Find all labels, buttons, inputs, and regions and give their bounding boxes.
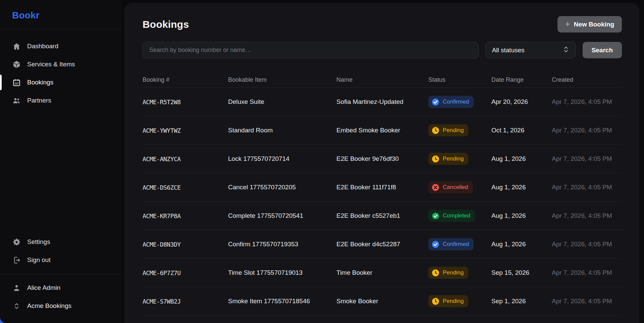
sidebar-item-label: Bookings xyxy=(27,79,53,86)
booking-number: ACME-ANZYCA xyxy=(143,155,228,163)
sidebar-item-services-items[interactable]: Services & Items xyxy=(0,55,122,73)
status-cell: Confirmed xyxy=(428,96,491,108)
status-label: Cancelled xyxy=(443,184,468,191)
customer-name: E2E Booker 111f71f8 xyxy=(336,184,428,191)
status-badge-pending: Pending xyxy=(428,295,468,307)
pending-status-icon xyxy=(431,297,440,306)
customer-name: Sofia Martinez-Updated xyxy=(336,98,428,106)
booking-number: ACME-KR7P8A xyxy=(143,212,228,219)
status-cell: Pending xyxy=(428,124,491,136)
status-cell: Completed xyxy=(428,210,491,222)
booking-number: ACME-S7WB2J xyxy=(143,298,228,305)
bookable-item: Confirm 1775570719353 xyxy=(228,241,336,248)
date-range: Aug 1, 2026 xyxy=(491,155,552,163)
pending-status-icon xyxy=(431,126,440,135)
table-row[interactable]: ACME-ANZYCALock 1775570720714E2E Booker … xyxy=(143,145,622,173)
sidebar-spacer xyxy=(0,110,122,225)
table-row[interactable]: ACME-R5T2W8Deluxe SuiteSofia Martinez-Up… xyxy=(143,88,622,116)
status-cell: Cancelled xyxy=(428,181,491,193)
gear-icon xyxy=(12,238,21,246)
sidebar: Bookr DashboardServices & ItemsBookingsP… xyxy=(0,0,122,323)
sidebar-item-bookings[interactable]: Bookings xyxy=(0,73,122,91)
user-panel: Alice Admin Acme Bookings xyxy=(0,274,122,323)
status-cell: Confirmed xyxy=(428,238,491,250)
person-icon xyxy=(12,283,21,292)
date-range: Apr 20, 2026 xyxy=(491,98,552,106)
calendar-icon xyxy=(12,78,21,87)
pending-status-icon xyxy=(431,269,440,277)
filters-bar: All statuses Search xyxy=(143,42,622,58)
sidebar-item-settings[interactable]: Settings xyxy=(0,233,122,251)
brand-logo: Bookr xyxy=(0,0,122,29)
bookable-item: Standard Room xyxy=(228,127,336,134)
status-cell: Pending xyxy=(428,267,491,279)
status-label: Pending xyxy=(443,155,464,162)
status-cell: Pending xyxy=(428,153,491,165)
table-body: ACME-R5T2W8Deluxe SuiteSofia Martinez-Up… xyxy=(143,88,622,316)
chevron-up-down-icon xyxy=(12,302,21,310)
customer-name: E2E Booker c5527eb1 xyxy=(336,212,428,219)
plus-icon: + xyxy=(565,20,570,28)
status-label: Confirmed xyxy=(443,99,469,105)
sidebar-item-label: Dashboard xyxy=(27,43,58,50)
date-range: Aug 1, 2026 xyxy=(491,212,552,219)
customer-name: E2E Booker d4c52287 xyxy=(336,241,428,248)
customer-name: E2E Booker 9e76df30 xyxy=(336,155,428,163)
user-menu[interactable]: Alice Admin xyxy=(0,279,122,297)
status-cell: Pending xyxy=(428,295,491,307)
status-label: Pending xyxy=(443,269,464,276)
org-switcher[interactable]: Acme Bookings xyxy=(0,297,122,315)
status-badge-pending: Pending xyxy=(428,124,468,136)
org-name: Acme Bookings xyxy=(27,302,71,310)
sign-out-icon xyxy=(12,256,21,264)
status-label: Confirmed xyxy=(443,241,469,248)
date-range: Oct 1, 2026 xyxy=(491,127,552,134)
sidebar-item-partners[interactable]: Partners xyxy=(0,91,122,110)
sidebar-item-dashboard[interactable]: Dashboard xyxy=(0,37,122,55)
sidebar-item-label: Sign out xyxy=(27,256,51,264)
confirmed-status-icon xyxy=(431,98,440,106)
chevron-up-down-icon xyxy=(562,45,570,55)
home-icon xyxy=(12,42,21,51)
table-row[interactable]: ACME-DS6ZCECancel 1775570720205E2E Booke… xyxy=(143,173,622,202)
status-badge-confirmed: Confirmed xyxy=(428,96,474,108)
new-booking-label: New Booking xyxy=(574,21,614,28)
status-badge-completed: Completed xyxy=(428,210,475,222)
customer-name: Time Booker xyxy=(336,269,428,276)
bookable-item: Smoke Item 1775570718546 xyxy=(228,298,336,305)
cancelled-status-icon xyxy=(431,183,440,192)
created-at: Apr 7, 2026, 4:05 PM xyxy=(552,241,622,248)
status-filter-select[interactable]: All statuses xyxy=(485,42,576,58)
sidebar-item-label: Services & Items xyxy=(27,61,75,68)
bookable-item: Deluxe Suite xyxy=(228,98,336,106)
sidebar-item-sign-out[interactable]: Sign out xyxy=(0,251,122,269)
search-button[interactable]: Search xyxy=(583,42,622,58)
table-row[interactable]: ACME-D8N3DYConfirm 1775570719353E2E Book… xyxy=(143,230,622,259)
status-label: Completed xyxy=(443,212,470,219)
column-header: Status xyxy=(428,76,491,83)
status-badge-cancelled: Cancelled xyxy=(428,181,473,193)
search-input[interactable] xyxy=(143,42,479,58)
table-row[interactable]: ACME-S7WB2JSmoke Item 1775570718546Smoke… xyxy=(143,287,622,316)
status-label: Pending xyxy=(443,298,464,305)
customer-name: Smoke Booker xyxy=(336,298,428,305)
table-row[interactable]: ACME-6P7Z7UTime Slot 1775570719013Time B… xyxy=(143,259,622,287)
created-at: Apr 7, 2026, 4:05 PM xyxy=(552,127,622,134)
status-label: Pending xyxy=(443,127,464,134)
column-header: Booking # xyxy=(143,76,228,83)
table-row[interactable]: ACME-YWYTWZStandard RoomEmbed Smoke Book… xyxy=(143,116,622,145)
new-booking-button[interactable]: + New Booking xyxy=(557,16,622,33)
column-header: Name xyxy=(336,76,428,83)
page-title: Bookings xyxy=(143,19,189,30)
status-filter-value: All statuses xyxy=(492,47,525,54)
table-row[interactable]: ACME-KR7P8AComplete 1775570720541E2E Boo… xyxy=(143,202,622,230)
created-at: Apr 7, 2026, 4:05 PM xyxy=(552,269,622,276)
booking-number: ACME-6P7Z7U xyxy=(143,269,228,276)
main-nav: DashboardServices & ItemsBookingsPartner… xyxy=(0,29,122,110)
bookings-table: Booking #Bookable ItemNameStatusDate Ran… xyxy=(143,72,622,316)
booking-number: ACME-R5T2W8 xyxy=(143,99,228,106)
status-badge-pending: Pending xyxy=(428,267,468,279)
created-at: Apr 7, 2026, 4:05 PM xyxy=(552,298,622,305)
bookable-item: Complete 1775570720541 xyxy=(228,212,336,219)
created-at: Apr 7, 2026, 4:05 PM xyxy=(552,184,622,191)
